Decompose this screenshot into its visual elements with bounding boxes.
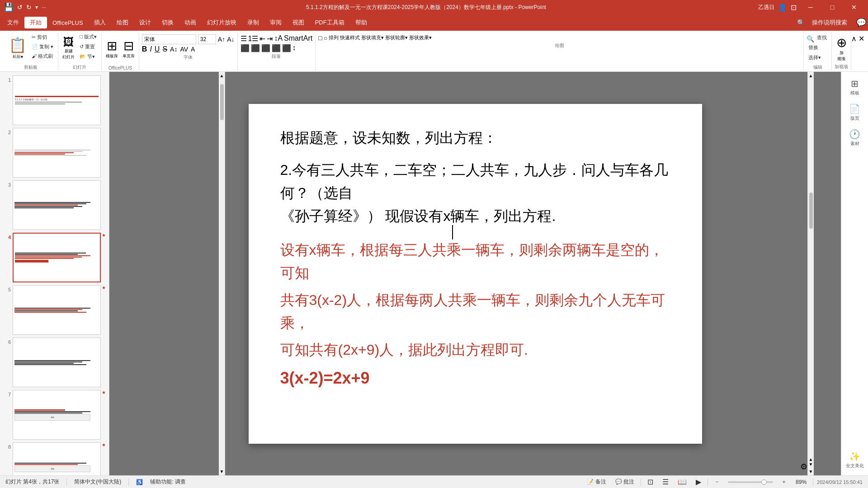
slide-thumb-2[interactable]: 2: [2, 128, 107, 178]
zoom-slider[interactable]: [728, 481, 773, 483]
ribbon-collapse-button[interactable]: ∧: [851, 34, 857, 43]
replace-button[interactable]: 替换: [807, 44, 829, 53]
shape-icon[interactable]: □: [318, 34, 322, 42]
section-button[interactable]: 📂 节▾: [78, 53, 99, 62]
align-right-button[interactable]: ⬛: [261, 44, 270, 52]
slide-line5: 共有3(x-2)人，根据每两人共乘一辆车，则剩余九个人无车可乘，: [280, 289, 670, 335]
zoom-in-button[interactable]: ＋: [778, 477, 789, 487]
decrease-indent-button[interactable]: ⇤: [259, 34, 265, 43]
text-direction-button[interactable]: ↕A: [274, 34, 283, 43]
font-size-input[interactable]: [198, 34, 216, 44]
paste-button[interactable]: 📋 粘贴▾: [6, 36, 29, 61]
reset-button[interactable]: ↺ 重置: [78, 43, 99, 52]
shape-outline-button[interactable]: 形状轮廓▾: [385, 34, 408, 42]
canvas-scroll-next[interactable]: ▼: [809, 462, 813, 467]
text-shadow-button[interactable]: A↕: [170, 46, 177, 53]
beautify-panel-button[interactable]: ✨ 全文美化: [843, 448, 867, 472]
new-slide-button[interactable]: 🖼 新建幻灯片: [61, 35, 76, 61]
menu-file[interactable]: 文件: [2, 17, 24, 28]
canvas-scroll-prev[interactable]: ▲: [809, 457, 813, 462]
menu-officeplus[interactable]: OfficePLUS: [47, 18, 89, 28]
zoom-out-button[interactable]: －: [712, 477, 722, 487]
list-button[interactable]: ☰: [241, 34, 247, 43]
slide-thumb-7[interactable]: 7 表格 ★: [2, 390, 107, 440]
template-library-button[interactable]: ⊞ 模板库: [104, 38, 119, 60]
menu-home[interactable]: 开始: [24, 17, 47, 28]
format-painter-button[interactable]: 🖌 格式刷: [30, 53, 55, 62]
ribbon-close-button[interactable]: ✕: [859, 34, 864, 43]
line-space-button[interactable]: ↕: [292, 44, 296, 52]
accessibility-icon: ♿: [136, 479, 143, 485]
addview-button[interactable]: ⊕ 加规项: [835, 34, 848, 63]
maximize-button[interactable]: □: [822, 0, 843, 14]
char-spacing-button[interactable]: AV: [180, 46, 188, 53]
slide-equation: 3(x-2)=2x+9: [280, 369, 670, 388]
menu-design[interactable]: 设计: [134, 17, 156, 28]
notes-button[interactable]: 📝 备注: [584, 477, 609, 487]
menu-review[interactable]: 审阅: [264, 17, 287, 28]
menu-pdf[interactable]: PDF工具箱: [310, 17, 350, 28]
increase-font-button[interactable]: A↑: [218, 36, 225, 43]
zoom-handle[interactable]: [761, 479, 767, 485]
menu-insert[interactable]: 插入: [89, 17, 111, 28]
bold-button[interactable]: B: [142, 45, 147, 53]
material-panel-button[interactable]: 🕐 素材: [843, 126, 867, 150]
quick-styles-button[interactable]: 快速样式: [340, 34, 360, 42]
comments-status-button[interactable]: 💬 批注: [613, 477, 637, 487]
minimize-button[interactable]: ─: [800, 0, 821, 14]
underline-button[interactable]: U: [155, 45, 160, 53]
strikethrough-button[interactable]: S: [162, 45, 167, 53]
cut-button[interactable]: ✂ 剪切: [30, 34, 55, 43]
reading-view-button[interactable]: 📖: [675, 477, 689, 487]
copy-button[interactable]: 📄 复制 ▾: [30, 43, 55, 52]
canvas-scroll-up[interactable]: ▲: [809, 72, 813, 80]
col-button[interactable]: ⬛: [282, 44, 291, 52]
shape-icon2[interactable]: ○: [324, 34, 327, 42]
menu-draw[interactable]: 绘图: [111, 17, 134, 28]
outline-view-button[interactable]: ☰: [660, 477, 671, 487]
align-center-button[interactable]: ⬛: [251, 44, 260, 52]
slide-thumb-5[interactable]: 5 ★: [2, 285, 107, 335]
menu-slideshow[interactable]: 幻灯片放映: [202, 17, 242, 28]
italic-button[interactable]: I: [150, 45, 151, 53]
slide-thumb-4[interactable]: 4 ★: [2, 233, 107, 282]
slide-thumb-6[interactable]: 6: [2, 338, 107, 387]
menu-help[interactable]: 帮助: [350, 17, 373, 28]
template-panel-button[interactable]: ⊞ 模板: [843, 75, 867, 99]
page-panel-button[interactable]: 📄 版页: [843, 101, 867, 124]
slide-thumb-3[interactable]: 3: [2, 180, 107, 230]
slide-thumb-1[interactable]: 1 5.1.1.2 方程的解及一元一次方程: [2, 75, 107, 125]
menu-record[interactable]: 录制: [242, 17, 264, 28]
shape-fill-button[interactable]: 形状填充▾: [361, 34, 384, 42]
layout-button[interactable]: □ 版式▾: [78, 33, 99, 42]
slideshow-button[interactable]: ▶: [693, 477, 704, 487]
normal-view-button[interactable]: ⊡: [645, 477, 656, 487]
close-button[interactable]: ✕: [844, 0, 864, 14]
comments-icon[interactable]: 💬: [856, 18, 866, 28]
decrease-font-button[interactable]: A↓: [227, 36, 234, 43]
scroll-down-button[interactable]: ▼: [220, 468, 224, 475]
find-button[interactable]: 查找: [815, 34, 829, 43]
increase-indent-button[interactable]: ⇥: [267, 34, 273, 43]
numberedlist-button[interactable]: 1☰: [248, 34, 259, 43]
slide-thumb-8[interactable]: 8 表格 ★: [2, 442, 107, 475]
scroll-up-button[interactable]: ▲: [220, 72, 224, 80]
single-library-button[interactable]: ⊟ 单页库: [121, 38, 136, 60]
zoom-percent[interactable]: 89%: [793, 478, 809, 486]
shape-effect-button[interactable]: 形状效果▾: [409, 34, 432, 42]
font-color-button[interactable]: A: [191, 46, 195, 53]
font-name-input[interactable]: [142, 34, 196, 44]
arrange-button[interactable]: 排列: [329, 34, 339, 42]
convert-smartart-button[interactable]: SmartArt: [284, 34, 312, 43]
select-button[interactable]: 选择▾: [807, 54, 829, 63]
canvas-scroll-down[interactable]: ▼: [809, 468, 813, 475]
settings-button[interactable]: ⚙: [800, 462, 807, 472]
align-justify-button[interactable]: ⬛: [272, 44, 281, 52]
slide-canvas[interactable]: 根据题意，设未知数，列出方程： 2.今有三人共车，二车空；二人共车，九人步．问人…: [249, 104, 702, 444]
align-left-button[interactable]: ⬛: [241, 44, 250, 52]
slide-line4: 设有x辆车，根据每三人共乘一辆车，则剩余两辆车是空的，可知: [280, 239, 670, 285]
menu-transition[interactable]: 切换: [156, 17, 179, 28]
menu-search[interactable]: 操作说明搜索: [807, 17, 853, 28]
menu-animation[interactable]: 动画: [179, 17, 202, 28]
menu-view[interactable]: 视图: [287, 17, 310, 28]
